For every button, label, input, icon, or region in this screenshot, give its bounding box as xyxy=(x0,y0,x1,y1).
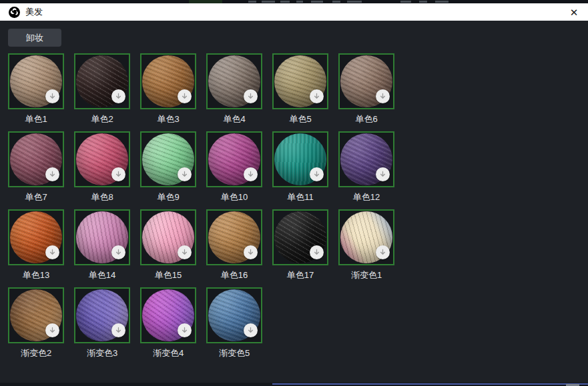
hair-color-label: 渐变色5 xyxy=(206,347,262,358)
hair-color-label: 单色12 xyxy=(338,191,394,202)
download-icon[interactable] xyxy=(111,89,125,103)
hair-swatch[interactable] xyxy=(74,53,130,109)
hair-color-label: 单色5 xyxy=(272,113,328,124)
hair-color-label: 单色13 xyxy=(8,269,64,280)
close-icon[interactable]: ✕ xyxy=(567,5,581,19)
download-icon[interactable] xyxy=(45,323,59,337)
download-icon[interactable] xyxy=(111,323,125,337)
download-icon[interactable] xyxy=(45,245,59,259)
download-icon[interactable] xyxy=(178,89,192,103)
hair-swatch[interactable] xyxy=(8,209,64,265)
hair-swatch[interactable] xyxy=(74,131,130,187)
hair-color-item: 单色11 xyxy=(272,131,328,202)
download-icon[interactable] xyxy=(310,89,324,103)
hair-swatch[interactable] xyxy=(206,287,262,343)
hair-color-item: 渐变色4 xyxy=(140,287,196,358)
download-icon[interactable] xyxy=(244,323,258,337)
hair-color-item: 单色16 xyxy=(206,209,262,280)
hair-swatch[interactable] xyxy=(272,209,328,265)
hair-swatch[interactable] xyxy=(140,209,196,265)
hair-color-label: 单色17 xyxy=(272,269,328,280)
dialog-body: 卸妆 单色1 单色2 xyxy=(0,21,588,383)
download-icon[interactable] xyxy=(244,245,258,259)
hair-color-label: 单色15 xyxy=(140,269,196,280)
hair-color-label: 单色4 xyxy=(206,113,262,124)
hair-color-label: 渐变色2 xyxy=(8,347,64,358)
hair-color-label: 单色6 xyxy=(338,113,394,124)
hair-color-label: 单色8 xyxy=(74,191,130,202)
background-text-fragment xyxy=(435,1,449,3)
hair-color-item: 单色17 xyxy=(272,209,328,280)
download-icon[interactable] xyxy=(111,245,125,259)
hair-color-label: 单色2 xyxy=(74,113,130,124)
background-text-fragment xyxy=(311,1,323,3)
hair-swatch[interactable] xyxy=(206,209,262,265)
hair-swatch[interactable] xyxy=(206,53,262,109)
hair-swatch[interactable] xyxy=(338,209,394,265)
hair-swatch[interactable] xyxy=(140,287,196,343)
hair-swatch[interactable] xyxy=(74,209,130,265)
hair-swatch[interactable] xyxy=(338,53,394,109)
hair-color-item: 单色2 xyxy=(74,53,130,124)
background-text-fragment xyxy=(347,1,362,3)
background-text-fragment xyxy=(280,1,290,3)
hair-color-label: 单色9 xyxy=(140,191,196,202)
remove-makeup-button[interactable]: 卸妆 xyxy=(8,29,61,47)
download-icon[interactable] xyxy=(178,245,192,259)
dialog-titlebar: 美发 ✕ xyxy=(0,3,588,21)
background-text-fragment xyxy=(248,1,256,3)
hair-color-label: 单色7 xyxy=(8,191,64,202)
hair-color-item: 单色13 xyxy=(8,209,64,280)
screen: 美发 ✕ 卸妆 单色1 单色2 xyxy=(0,0,588,386)
hair-color-label: 单色3 xyxy=(140,113,196,124)
hair-swatch[interactable] xyxy=(8,287,64,343)
download-icon[interactable] xyxy=(376,89,390,103)
download-icon[interactable] xyxy=(376,167,390,181)
hair-color-item: 单色10 xyxy=(206,131,262,202)
hair-swatch[interactable] xyxy=(338,131,394,187)
hair-swatch[interactable] xyxy=(8,131,64,187)
hair-swatch[interactable] xyxy=(272,53,328,109)
download-icon[interactable] xyxy=(244,167,258,181)
hair-style-dialog: 美发 ✕ 卸妆 单色1 单色2 xyxy=(0,3,588,383)
hair-color-item: 渐变色2 xyxy=(8,287,64,358)
hair-color-item: 单色12 xyxy=(338,131,394,202)
hair-color-item: 渐变色1 xyxy=(338,209,394,280)
background-text-fragment xyxy=(262,1,275,3)
background-text-fragment xyxy=(332,1,340,3)
background-app-strip-bottom xyxy=(0,383,588,386)
download-icon[interactable] xyxy=(45,89,59,103)
hair-swatch[interactable] xyxy=(140,131,196,187)
hair-color-item: 单色3 xyxy=(140,53,196,124)
hair-color-label: 渐变色4 xyxy=(140,347,196,358)
hair-swatch[interactable] xyxy=(74,287,130,343)
hair-color-item: 单色15 xyxy=(140,209,196,280)
hair-color-label: 渐变色3 xyxy=(74,347,130,358)
background-blue-bar xyxy=(272,383,588,385)
download-icon[interactable] xyxy=(310,167,324,181)
hair-swatch[interactable] xyxy=(140,53,196,109)
hair-color-item: 单色1 xyxy=(8,53,64,124)
hair-color-item: 单色5 xyxy=(272,53,328,124)
obs-logo-icon xyxy=(9,7,20,18)
hair-color-item: 单色8 xyxy=(74,131,130,202)
hair-swatch[interactable] xyxy=(206,131,262,187)
hair-color-label: 单色14 xyxy=(74,269,130,280)
background-text-fragment xyxy=(419,1,427,3)
hair-color-label: 单色11 xyxy=(272,191,328,202)
download-icon[interactable] xyxy=(178,323,192,337)
download-icon[interactable] xyxy=(178,167,192,181)
download-icon[interactable] xyxy=(244,89,258,103)
hair-color-item: 渐变色3 xyxy=(74,287,130,358)
hair-color-label: 单色1 xyxy=(8,113,64,124)
hair-color-item: 单色6 xyxy=(338,53,394,124)
download-icon[interactable] xyxy=(111,167,125,181)
download-icon[interactable] xyxy=(310,245,324,259)
hair-swatch[interactable] xyxy=(272,131,328,187)
background-text-fragment xyxy=(400,1,411,3)
swatch-grid: 单色1 单色2 单色3 xyxy=(8,53,412,365)
hair-color-item: 单色7 xyxy=(8,131,64,202)
download-icon[interactable] xyxy=(45,167,59,181)
download-icon[interactable] xyxy=(376,245,390,259)
hair-swatch[interactable] xyxy=(8,53,64,109)
